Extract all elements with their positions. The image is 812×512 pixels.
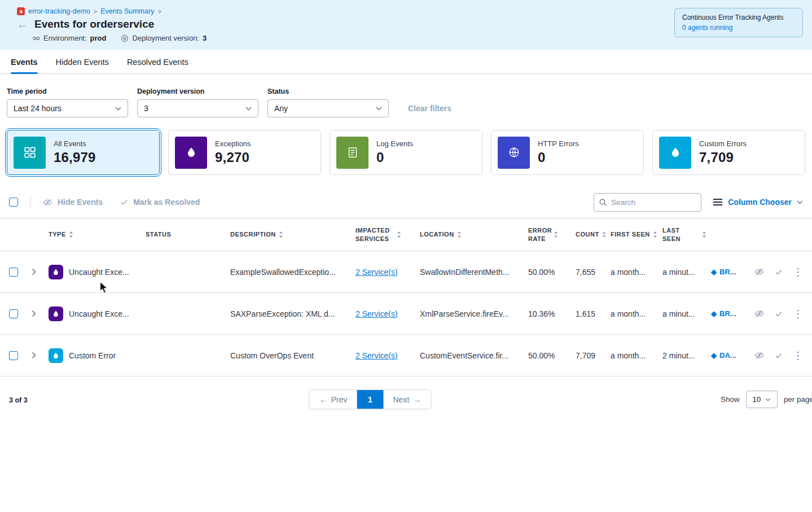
breadcrumb-section-link[interactable]: Events Summary xyxy=(100,7,154,15)
column-chooser-button[interactable]: Column Chooser xyxy=(713,198,803,207)
event-description: ExampleSwallowedExceptio... xyxy=(230,268,355,277)
event-location: CustomEventService.fir... xyxy=(420,351,528,360)
impacted-services-link[interactable]: 2 Service(s) xyxy=(355,351,420,360)
resolve-event-icon[interactable] xyxy=(774,310,783,318)
criticality-badge[interactable]: ◆ BR... xyxy=(711,309,750,318)
column-header-last-seen[interactable]: LAST SEEN xyxy=(662,226,711,243)
stat-card-label: All Events xyxy=(54,139,96,148)
error-rate: 50.00% xyxy=(528,351,576,360)
environment-label: Environment: xyxy=(43,34,87,42)
events-table: TYPE STATUS DESCRIPTION IMPACTED SERVICE… xyxy=(0,218,812,377)
time-period-select[interactable]: Last 24 hours xyxy=(7,99,128,117)
last-seen: a minut... xyxy=(662,309,711,318)
page-size-control: Show 10 per page xyxy=(721,391,812,408)
stat-card-all-events[interactable]: All Events 16,979 xyxy=(7,130,160,175)
table-row[interactable]: Uncaught Exce... ExampleSwallowedExcepti… xyxy=(0,251,812,293)
agents-box-title: Continuous Error Tracking Agents xyxy=(682,14,795,21)
last-seen: a minut... xyxy=(662,268,711,277)
deployment-version-select[interactable]: 3 xyxy=(137,99,258,117)
clear-filters-button[interactable]: Clear filters xyxy=(408,104,451,117)
hide-event-icon[interactable] xyxy=(754,309,765,318)
deployment-version-label: Deployment version xyxy=(137,87,258,95)
column-header-first-seen[interactable]: FIRST SEEN xyxy=(611,230,662,239)
row-expand-chevron-icon[interactable] xyxy=(32,352,49,359)
impacted-services-link[interactable]: 2 Service(s) xyxy=(355,309,420,318)
page-size-select[interactable]: 10 xyxy=(746,391,778,408)
hide-event-icon[interactable] xyxy=(754,267,765,277)
stat-card-custom-errors[interactable]: Custom Errors 7,709 xyxy=(652,130,805,175)
resolve-event-icon[interactable] xyxy=(774,352,783,360)
criticality-badge[interactable]: ◆ DA... xyxy=(711,351,750,360)
deployment-version-value: 3 xyxy=(144,104,148,113)
resolve-event-icon[interactable] xyxy=(774,268,783,276)
mark-resolved-label: Mark as Resolved xyxy=(133,198,200,207)
filters-bar: Time period Last 24 hours Deployment ver… xyxy=(0,74,812,117)
tab-resolved-events[interactable]: Resolved Events xyxy=(127,50,188,73)
row-expand-chevron-icon[interactable] xyxy=(32,310,49,317)
row-checkbox[interactable] xyxy=(9,309,18,318)
chevron-down-icon xyxy=(245,107,252,111)
error-tracking-page: error-tracking-demo > Events Summary > ←… xyxy=(0,0,812,512)
next-page-button[interactable]: Next → xyxy=(384,390,431,409)
table-row[interactable]: Custom Error Custom OverOps Event 2 Serv… xyxy=(0,335,812,377)
page-number-button[interactable]: 1 xyxy=(357,390,384,409)
row-menu-icon[interactable]: ⋮ xyxy=(793,267,803,277)
agents-status-box: Continuous Error Tracking Agents 0 agent… xyxy=(674,8,803,37)
row-expand-chevron-icon[interactable] xyxy=(32,268,49,275)
event-count: 7,709 xyxy=(576,351,611,360)
column-header-error-rate[interactable]: ERROR RATE xyxy=(528,226,576,243)
event-location: XmlParseService.fireEv... xyxy=(420,309,528,318)
stat-card-value: 0 xyxy=(376,150,413,165)
column-chooser-label: Column Chooser xyxy=(728,198,792,207)
tab-hidden-events[interactable]: Hidden Events xyxy=(56,50,109,73)
status-select[interactable]: Any xyxy=(267,99,389,117)
hide-events-button[interactable]: Hide Events xyxy=(42,198,103,207)
stat-card-value: 16,979 xyxy=(54,150,96,165)
impacted-services-link[interactable]: 2 Service(s) xyxy=(355,268,420,277)
error-rate: 10.36% xyxy=(528,309,576,318)
row-menu-icon[interactable]: ⋮ xyxy=(793,351,803,361)
table-footer: 3 of 3 ← Prev 1 Next → Show 10 per page xyxy=(0,389,812,412)
hide-event-icon[interactable] xyxy=(754,351,765,360)
column-header-impacted-services[interactable]: IMPACTED SERVICES xyxy=(355,226,420,243)
sort-icon xyxy=(602,231,606,238)
breadcrumb-separator: > xyxy=(157,8,161,15)
mark-resolved-button[interactable]: Mark as Resolved xyxy=(120,198,200,207)
row-checkbox[interactable] xyxy=(9,351,18,360)
sort-icon xyxy=(279,231,283,238)
breadcrumb-project-link[interactable]: error-tracking-demo xyxy=(28,7,90,15)
last-seen: 2 minut... xyxy=(662,351,711,360)
row-menu-icon[interactable]: ⋮ xyxy=(793,309,803,319)
chevron-down-icon xyxy=(376,107,382,111)
back-arrow-icon[interactable]: ← xyxy=(17,19,28,30)
error-tracking-module-icon xyxy=(17,7,25,15)
prev-page-button[interactable]: ← Prev xyxy=(310,390,357,409)
column-header-description[interactable]: DESCRIPTION xyxy=(230,230,355,239)
select-all-checkbox[interactable] xyxy=(9,198,18,207)
stat-card-http-errors[interactable]: HTTP Errors 0 xyxy=(491,130,644,175)
error-rate: 50.00% xyxy=(528,268,576,277)
environment-icon xyxy=(32,34,40,42)
column-header-count[interactable]: COUNT xyxy=(576,230,611,239)
arrow-right-icon: → xyxy=(413,395,421,404)
search-input[interactable] xyxy=(594,193,701,212)
row-checkbox[interactable] xyxy=(9,268,18,277)
tab-events[interactable]: Events xyxy=(11,50,38,73)
diamond-icon: ◆ xyxy=(711,309,717,318)
stat-card-log-events[interactable]: Log Events 0 xyxy=(330,130,482,175)
eye-slash-icon xyxy=(42,198,53,207)
bulk-actions-toolbar: Hide Events Mark as Resolved Column Choo… xyxy=(0,192,812,212)
chevron-down-icon xyxy=(765,398,771,401)
sort-icon xyxy=(702,231,706,238)
sort-icon xyxy=(397,231,401,238)
time-period-label: Time period xyxy=(7,87,128,95)
table-row[interactable]: Uncaught Exce... SAXParseException: XML … xyxy=(0,293,812,335)
sort-icon xyxy=(457,231,462,238)
stat-card-exceptions[interactable]: Exceptions 9,270 xyxy=(168,130,321,175)
column-header-type[interactable]: TYPE xyxy=(49,230,146,239)
stat-card-label: Custom Errors xyxy=(699,139,747,148)
event-description: Custom OverOps Event xyxy=(230,351,355,360)
column-header-location[interactable]: LOCATION xyxy=(420,230,528,239)
criticality-badge[interactable]: ◆ BR... xyxy=(711,268,750,276)
agents-running-link[interactable]: 0 agents running xyxy=(682,24,795,32)
